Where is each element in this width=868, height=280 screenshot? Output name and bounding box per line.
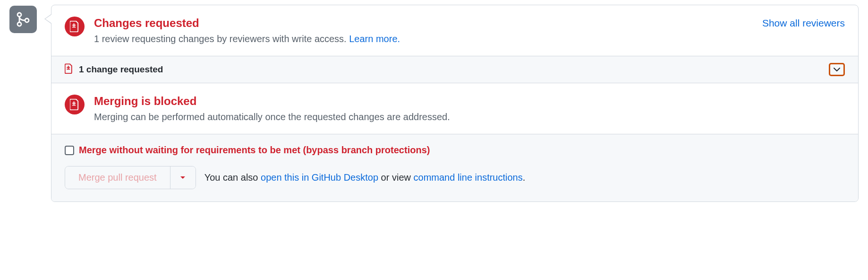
merge-hint-text: You can also open this in GitHub Desktop… xyxy=(204,172,526,183)
bypass-checkbox[interactable] xyxy=(65,146,74,155)
expand-reviews-toggle[interactable] xyxy=(829,63,845,76)
merge-status-panel: Changes requested 1 review requesting ch… xyxy=(51,5,859,202)
changes-requested-desc: 1 review requesting changes by reviewers… xyxy=(94,32,753,45)
show-all-reviewers-link[interactable]: Show all reviewers xyxy=(762,18,845,29)
merge-pull-request-button[interactable]: Merge pull request xyxy=(65,166,170,189)
caret-down-icon xyxy=(180,176,186,180)
svg-point-2 xyxy=(25,18,29,22)
change-requested-row: 1 change requested xyxy=(51,56,858,83)
merging-blocked-section: Merging is blocked Merging can be perfor… xyxy=(51,83,858,134)
change-requested-count: 1 change requested xyxy=(79,64,163,75)
merge-options-dropdown[interactable] xyxy=(170,166,196,189)
bypass-label[interactable]: Merge without waiting for requirements t… xyxy=(79,145,430,156)
changes-requested-title: Changes requested xyxy=(94,16,753,30)
svg-point-0 xyxy=(17,13,21,17)
open-github-desktop-link[interactable]: open this in GitHub Desktop xyxy=(261,172,378,183)
hint-prefix: You can also xyxy=(204,172,261,183)
file-diff-icon xyxy=(65,17,85,36)
merge-button-group: Merge pull request xyxy=(65,166,196,189)
merge-actions-section: Merge without waiting for requirements t… xyxy=(51,134,858,201)
hint-mid: or view xyxy=(378,172,413,183)
file-diff-icon xyxy=(65,63,73,76)
chevron-down-icon xyxy=(833,67,841,72)
hint-suffix: . xyxy=(523,172,526,183)
merging-blocked-title: Merging is blocked xyxy=(94,94,845,108)
command-line-instructions-link[interactable]: command line instructions xyxy=(414,172,523,183)
merging-blocked-desc: Merging can be performed automatically o… xyxy=(94,110,845,123)
file-diff-icon xyxy=(65,95,85,114)
learn-more-link[interactable]: Learn more. xyxy=(349,34,400,44)
git-merge-icon xyxy=(9,6,37,33)
review-desc-text: 1 review requesting changes by reviewers… xyxy=(94,34,349,44)
svg-point-1 xyxy=(17,22,21,26)
changes-requested-section: Changes requested 1 review requesting ch… xyxy=(51,5,858,56)
